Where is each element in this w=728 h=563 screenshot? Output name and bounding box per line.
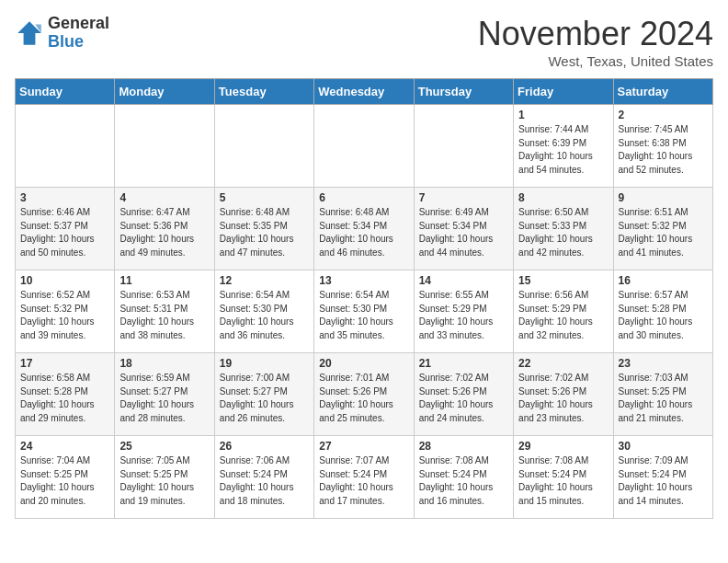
header-cell-tuesday: Tuesday <box>214 79 313 105</box>
day-number: 28 <box>419 440 508 453</box>
calendar-cell: 7Sunrise: 6:49 AM Sunset: 5:34 PM Daylig… <box>414 188 513 270</box>
day-number: 9 <box>619 191 708 204</box>
day-info: Sunrise: 6:53 AM Sunset: 5:31 PM Dayligh… <box>119 289 209 342</box>
calendar-cell: 12Sunrise: 6:54 AM Sunset: 5:30 PM Dayli… <box>214 270 313 353</box>
day-number: 21 <box>419 357 508 370</box>
day-number: 20 <box>319 357 408 370</box>
day-info: Sunrise: 6:54 AM Sunset: 5:30 PM Dayligh… <box>319 289 408 342</box>
calendar-cell: 11Sunrise: 6:53 AM Sunset: 5:31 PM Dayli… <box>115 270 214 353</box>
month-title: November 2024 <box>478 15 713 53</box>
calendar-cell: 15Sunrise: 6:56 AM Sunset: 5:29 PM Dayli… <box>514 270 613 353</box>
day-number: 8 <box>518 191 608 204</box>
calendar-cell: 8Sunrise: 6:50 AM Sunset: 5:33 PM Daylig… <box>514 188 613 270</box>
day-info: Sunrise: 7:44 AM Sunset: 6:39 PM Dayligh… <box>518 123 608 177</box>
day-info: Sunrise: 7:01 AM Sunset: 5:26 PM Dayligh… <box>319 372 408 425</box>
day-info: Sunrise: 6:56 AM Sunset: 5:29 PM Dayligh… <box>518 289 608 342</box>
logo-icon <box>15 18 44 48</box>
calendar-cell: 16Sunrise: 6:57 AM Sunset: 5:28 PM Dayli… <box>613 270 712 353</box>
day-info: Sunrise: 7:09 AM Sunset: 5:24 PM Dayligh… <box>619 454 708 508</box>
day-number: 14 <box>419 274 508 287</box>
calendar-cell: 9Sunrise: 6:51 AM Sunset: 5:32 PM Daylig… <box>613 188 712 270</box>
calendar-cell: 14Sunrise: 6:55 AM Sunset: 5:29 PM Dayli… <box>414 270 513 353</box>
day-number: 10 <box>20 274 109 287</box>
header-cell-saturday: Saturday <box>613 79 712 105</box>
day-number: 22 <box>518 357 608 370</box>
calendar-cell: 27Sunrise: 7:07 AM Sunset: 5:24 PM Dayli… <box>314 436 414 519</box>
day-number: 24 <box>20 440 109 453</box>
day-number: 30 <box>619 440 708 453</box>
day-info: Sunrise: 7:05 AM Sunset: 5:25 PM Dayligh… <box>119 454 209 508</box>
calendar-week-row: 10Sunrise: 6:52 AM Sunset: 5:32 PM Dayli… <box>16 270 713 353</box>
day-number: 1 <box>518 109 608 121</box>
day-info: Sunrise: 7:45 AM Sunset: 6:38 PM Dayligh… <box>619 123 708 177</box>
day-number: 13 <box>319 274 408 287</box>
day-number: 19 <box>220 357 309 370</box>
day-info: Sunrise: 7:02 AM Sunset: 5:26 PM Dayligh… <box>518 372 608 425</box>
logo: General Blue <box>15 15 109 52</box>
day-info: Sunrise: 6:49 AM Sunset: 5:34 PM Dayligh… <box>419 206 508 259</box>
calendar-cell: 5Sunrise: 6:48 AM Sunset: 5:35 PM Daylig… <box>214 188 313 270</box>
day-info: Sunrise: 7:06 AM Sunset: 5:24 PM Dayligh… <box>220 454 309 508</box>
calendar-cell: 23Sunrise: 7:03 AM Sunset: 5:25 PM Dayli… <box>613 353 712 436</box>
calendar-cell: 28Sunrise: 7:08 AM Sunset: 5:24 PM Dayli… <box>414 436 513 519</box>
calendar-cell: 10Sunrise: 6:52 AM Sunset: 5:32 PM Dayli… <box>16 270 115 353</box>
header-cell-monday: Monday <box>115 79 214 105</box>
calendar-cell: 22Sunrise: 7:02 AM Sunset: 5:26 PM Dayli… <box>514 353 613 436</box>
day-info: Sunrise: 6:52 AM Sunset: 5:32 PM Dayligh… <box>20 289 109 342</box>
day-info: Sunrise: 6:59 AM Sunset: 5:27 PM Dayligh… <box>119 372 209 425</box>
day-number: 5 <box>220 191 309 204</box>
calendar-table: SundayMondayTuesdayWednesdayThursdayFrid… <box>15 78 713 519</box>
calendar-week-row: 3Sunrise: 6:46 AM Sunset: 5:37 PM Daylig… <box>16 188 713 270</box>
day-info: Sunrise: 7:08 AM Sunset: 5:24 PM Dayligh… <box>518 454 608 508</box>
day-number: 7 <box>419 191 508 204</box>
logo-text: General Blue <box>48 15 109 52</box>
day-info: Sunrise: 7:07 AM Sunset: 5:24 PM Dayligh… <box>319 454 408 508</box>
calendar-cell: 19Sunrise: 7:00 AM Sunset: 5:27 PM Dayli… <box>214 353 313 436</box>
day-info: Sunrise: 7:08 AM Sunset: 5:24 PM Dayligh… <box>419 454 508 508</box>
day-info: Sunrise: 6:57 AM Sunset: 5:28 PM Dayligh… <box>619 289 708 342</box>
calendar-cell: 2Sunrise: 7:45 AM Sunset: 6:38 PM Daylig… <box>613 105 712 188</box>
calendar-cell: 20Sunrise: 7:01 AM Sunset: 5:26 PM Dayli… <box>314 353 414 436</box>
day-number: 29 <box>518 440 608 453</box>
day-info: Sunrise: 6:58 AM Sunset: 5:28 PM Dayligh… <box>20 372 109 425</box>
calendar-cell: 1Sunrise: 7:44 AM Sunset: 6:39 PM Daylig… <box>514 105 613 188</box>
day-number: 11 <box>119 274 209 287</box>
calendar-cell: 4Sunrise: 6:47 AM Sunset: 5:36 PM Daylig… <box>115 188 214 270</box>
calendar-cell <box>16 105 115 188</box>
day-number: 2 <box>619 109 708 121</box>
header-cell-thursday: Thursday <box>414 79 513 105</box>
day-info: Sunrise: 7:00 AM Sunset: 5:27 PM Dayligh… <box>220 372 309 425</box>
day-number: 3 <box>20 191 109 204</box>
day-info: Sunrise: 7:04 AM Sunset: 5:25 PM Dayligh… <box>20 454 109 508</box>
day-number: 16 <box>619 274 708 287</box>
calendar-cell <box>214 105 313 188</box>
title-block: November 2024 West, Texas, United States <box>478 15 713 69</box>
calendar-cell: 30Sunrise: 7:09 AM Sunset: 5:24 PM Dayli… <box>613 436 712 519</box>
day-number: 15 <box>518 274 608 287</box>
day-number: 23 <box>619 357 708 370</box>
calendar-cell: 21Sunrise: 7:02 AM Sunset: 5:26 PM Dayli… <box>414 353 513 436</box>
day-number: 4 <box>119 191 209 204</box>
day-info: Sunrise: 6:48 AM Sunset: 5:35 PM Dayligh… <box>220 206 309 259</box>
header-cell-wednesday: Wednesday <box>314 79 414 105</box>
day-number: 26 <box>220 440 309 453</box>
day-info: Sunrise: 6:50 AM Sunset: 5:33 PM Dayligh… <box>518 206 608 259</box>
calendar-cell: 18Sunrise: 6:59 AM Sunset: 5:27 PM Dayli… <box>115 353 214 436</box>
day-number: 27 <box>319 440 408 453</box>
header-cell-sunday: Sunday <box>16 79 115 105</box>
day-info: Sunrise: 6:55 AM Sunset: 5:29 PM Dayligh… <box>419 289 508 342</box>
location-subtitle: West, Texas, United States <box>478 53 713 69</box>
calendar-cell: 6Sunrise: 6:48 AM Sunset: 5:34 PM Daylig… <box>314 188 414 270</box>
calendar-cell: 25Sunrise: 7:05 AM Sunset: 5:25 PM Dayli… <box>115 436 214 519</box>
calendar-cell: 17Sunrise: 6:58 AM Sunset: 5:28 PM Dayli… <box>16 353 115 436</box>
day-info: Sunrise: 6:54 AM Sunset: 5:30 PM Dayligh… <box>220 289 309 342</box>
calendar-cell: 13Sunrise: 6:54 AM Sunset: 5:30 PM Dayli… <box>314 270 414 353</box>
calendar-week-row: 17Sunrise: 6:58 AM Sunset: 5:28 PM Dayli… <box>16 353 713 436</box>
calendar-cell <box>314 105 414 188</box>
calendar-cell <box>414 105 513 188</box>
calendar-cell: 24Sunrise: 7:04 AM Sunset: 5:25 PM Dayli… <box>16 436 115 519</box>
day-info: Sunrise: 6:48 AM Sunset: 5:34 PM Dayligh… <box>319 206 408 259</box>
calendar-cell: 29Sunrise: 7:08 AM Sunset: 5:24 PM Dayli… <box>514 436 613 519</box>
calendar-week-row: 1Sunrise: 7:44 AM Sunset: 6:39 PM Daylig… <box>16 105 713 188</box>
calendar-header-row: SundayMondayTuesdayWednesdayThursdayFrid… <box>16 79 713 105</box>
